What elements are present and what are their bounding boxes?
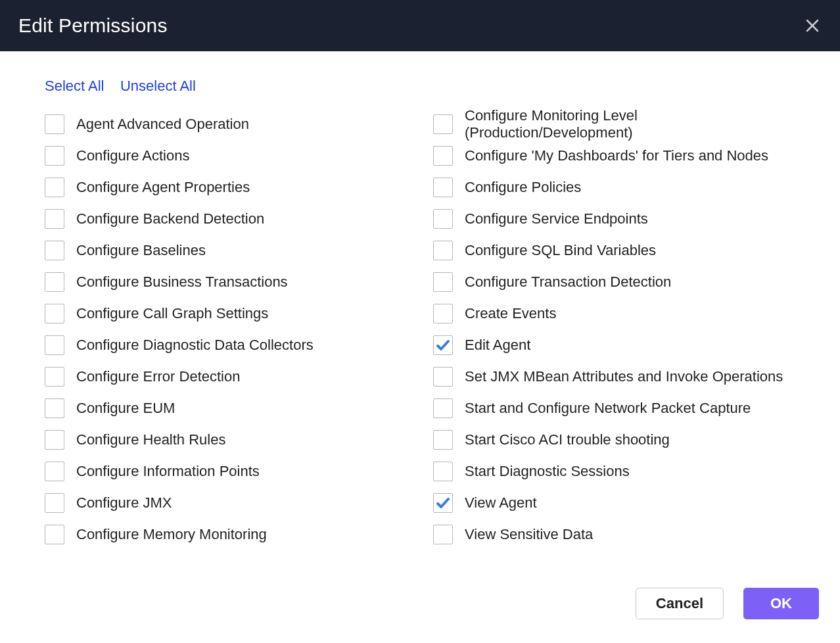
permission-row: Start Cisco ACI trouble shooting — [433, 429, 795, 451]
permission-checkbox[interactable] — [433, 525, 453, 544]
permission-row: View Agent — [433, 492, 795, 514]
permission-label: Configure Memory Monitoring — [76, 526, 267, 543]
permission-label: Configure Diagnostic Data Collectors — [76, 337, 314, 354]
dialog-title: Edit Permissions — [18, 14, 168, 37]
edit-permissions-dialog: Edit Permissions Select All Unselect All… — [0, 0, 840, 643]
permission-label: Configure Backend Detection — [76, 210, 264, 227]
permission-row: Create Events — [433, 302, 795, 325]
permission-checkbox[interactable] — [45, 367, 64, 387]
permission-row: Start and Configure Network Packet Captu… — [433, 397, 795, 419]
permission-label: Configure JMX — [76, 494, 172, 512]
permission-label: View Sensitive Data — [465, 526, 593, 543]
permission-label: Create Events — [465, 305, 556, 322]
permission-label: View Agent — [465, 494, 537, 512]
permission-label: Agent Advanced Operation — [76, 116, 249, 133]
permissions-column-right: Configure Monitoring Level (Production/D… — [433, 113, 795, 546]
close-button[interactable] — [803, 16, 822, 35]
permission-label: Configure Business Transactions — [76, 274, 288, 291]
permission-checkbox[interactable] — [433, 304, 453, 323]
permission-checkbox[interactable] — [45, 114, 64, 134]
permission-label: Edit Agent — [465, 337, 530, 354]
permission-row: Configure Monitoring Level (Production/D… — [433, 113, 795, 135]
permission-label: Start and Configure Network Packet Captu… — [465, 400, 751, 417]
permission-label: Configure Monitoring Level (Production/D… — [465, 107, 795, 141]
permission-checkbox[interactable] — [45, 272, 64, 292]
permission-label: Configure Information Points — [76, 463, 260, 480]
permission-checkbox[interactable] — [433, 398, 453, 418]
permission-checkbox[interactable] — [433, 146, 453, 166]
permission-row: View Sensitive Data — [433, 523, 795, 546]
permission-label: Configure Actions — [76, 147, 189, 164]
permission-label: Set JMX MBean Attributes and Invoke Oper… — [465, 368, 783, 385]
permission-checkbox[interactable] — [45, 398, 64, 418]
permission-row: Configure Baselines — [45, 239, 407, 262]
permission-label: Configure Service Endpoints — [465, 210, 648, 227]
permission-label: Configure Baselines — [76, 242, 206, 259]
permission-row: Configure Actions — [45, 145, 407, 167]
ok-button[interactable]: OK — [743, 588, 819, 619]
permission-row: Configure JMX — [45, 492, 407, 514]
dialog-footer: Cancel OK — [0, 588, 840, 643]
permission-checkbox[interactable] — [45, 241, 64, 260]
permission-checkbox[interactable] — [433, 335, 453, 355]
permission-row: Configure Health Rules — [45, 429, 407, 451]
permission-checkbox[interactable] — [45, 525, 64, 544]
permission-checkbox[interactable] — [433, 272, 453, 292]
permission-label: Configure Transaction Detection — [465, 274, 671, 291]
check-icon — [435, 337, 451, 353]
permission-checkbox[interactable] — [45, 493, 64, 513]
permission-label: Configure Call Graph Settings — [76, 305, 268, 322]
permission-row: Configure Policies — [433, 176, 795, 199]
select-links: Select All Unselect All — [45, 78, 795, 95]
permission-label: Start Diagnostic Sessions — [465, 463, 630, 480]
permission-row: Configure Information Points — [45, 460, 407, 483]
permission-row: Configure 'My Dashboards' for Tiers and … — [433, 145, 795, 167]
permission-row: Configure Agent Properties — [45, 176, 407, 199]
dialog-header: Edit Permissions — [0, 0, 840, 51]
permission-row: Configure Memory Monitoring — [45, 523, 407, 546]
select-all-link[interactable]: Select All — [45, 78, 105, 94]
permission-checkbox[interactable] — [433, 430, 453, 450]
permission-row: Configure EUM — [45, 397, 407, 419]
permission-row: Configure Diagnostic Data Collectors — [45, 334, 407, 356]
permission-label: Start Cisco ACI trouble shooting — [465, 431, 670, 448]
permission-checkbox[interactable] — [45, 304, 64, 323]
permission-checkbox[interactable] — [433, 462, 453, 481]
permission-row: Configure Backend Detection — [45, 208, 407, 230]
permission-label: Configure EUM — [76, 400, 175, 417]
permission-checkbox[interactable] — [45, 146, 64, 166]
permissions-column-left: Agent Advanced OperationConfigure Action… — [45, 113, 407, 546]
permission-checkbox[interactable] — [45, 462, 64, 481]
close-icon — [805, 18, 820, 34]
permission-label: Configure Health Rules — [76, 431, 225, 448]
unselect-all-link[interactable]: Unselect All — [120, 78, 196, 94]
permission-checkbox[interactable] — [433, 493, 453, 513]
cancel-button[interactable]: Cancel — [636, 588, 724, 619]
permission-row: Agent Advanced Operation — [45, 113, 407, 135]
permission-label: Configure Policies — [465, 179, 581, 196]
permission-checkbox[interactable] — [433, 178, 453, 197]
permission-row: Configure Transaction Detection — [433, 271, 795, 293]
check-icon — [435, 495, 451, 511]
dialog-body: Select All Unselect All Agent Advanced O… — [0, 51, 840, 588]
permission-row: Start Diagnostic Sessions — [433, 460, 795, 483]
permission-label: Configure 'My Dashboards' for Tiers and … — [465, 147, 768, 164]
permission-row: Configure Call Graph Settings — [45, 302, 407, 325]
permissions-columns: Agent Advanced OperationConfigure Action… — [45, 113, 795, 546]
permission-label: Configure SQL Bind Variables — [465, 242, 656, 259]
permission-checkbox[interactable] — [45, 335, 64, 355]
permission-row: Configure Service Endpoints — [433, 208, 795, 230]
permission-row: Set JMX MBean Attributes and Invoke Oper… — [433, 366, 795, 388]
permission-checkbox[interactable] — [433, 209, 453, 229]
permission-checkbox[interactable] — [45, 209, 64, 229]
permission-row: Edit Agent — [433, 334, 795, 356]
permission-checkbox[interactable] — [45, 430, 64, 450]
permission-label: Configure Error Detection — [76, 368, 240, 385]
permission-label: Configure Agent Properties — [76, 179, 250, 196]
permission-row: Configure SQL Bind Variables — [433, 239, 795, 262]
permission-checkbox[interactable] — [433, 367, 453, 387]
permission-checkbox[interactable] — [45, 178, 64, 197]
permission-checkbox[interactable] — [433, 114, 453, 134]
permission-checkbox[interactable] — [433, 241, 453, 260]
permission-row: Configure Business Transactions — [45, 271, 407, 293]
